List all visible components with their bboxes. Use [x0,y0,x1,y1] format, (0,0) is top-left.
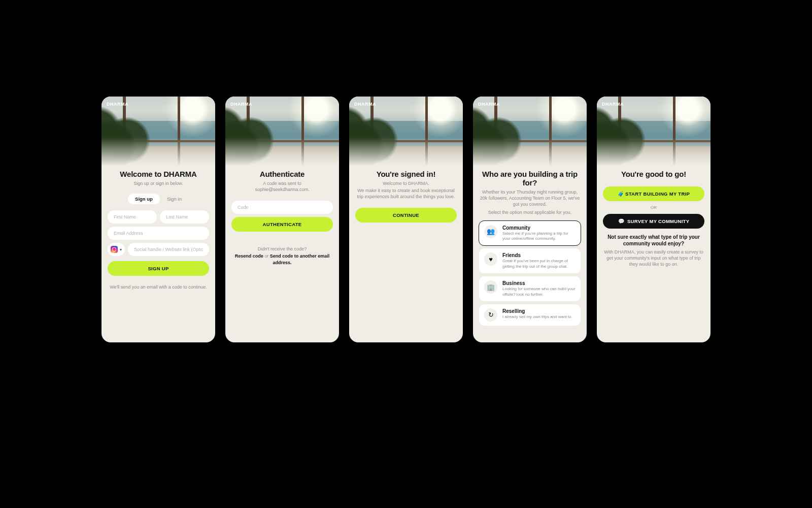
option-title: Reselling [502,308,571,314]
footnote: We'll send you an email with a code to c… [110,284,207,290]
social-platform-picker[interactable]: ▾ [108,243,125,256]
code-field[interactable] [231,201,333,214]
briefcase-icon: 🧳 [618,191,624,197]
screen-signed-in: DHARMA You're signed in! Welcome to DHAR… [349,97,463,342]
page-subtitle: Sign up or sign in below. [133,180,183,186]
option-reselling[interactable]: ↻ Reselling I already sell my own trips … [479,304,581,326]
brand-logo: DHARMA [478,102,500,107]
another-email-link[interactable]: Send code to another email address. [270,253,330,265]
resend-line: Resend code or Send code to another emai… [231,253,333,265]
instagram-icon [111,246,118,253]
hero-image: DHARMA [349,97,463,168]
page-title: Authenticate [260,170,304,178]
option-desc: Looking for someone who can build your o… [502,287,576,297]
chevron-down-icon: ▾ [120,247,122,252]
brand-logo: DHARMA [602,102,624,107]
heart-icon: ♥ [484,252,497,266]
resend-code-link[interactable]: Resend code [235,253,263,259]
page-title: Welcome to DHARMA [120,170,196,178]
authenticate-button[interactable]: AUTHENTICATE [231,217,333,232]
brand-logo: DHARMA [230,102,252,107]
survey-community-button[interactable]: 💬 SURVEY MY COMMUNITY [603,214,704,229]
signup-button[interactable]: SIGN UP [108,261,209,276]
option-title: Friends [502,252,576,258]
hero-image: DHARMA [101,97,215,168]
building-icon: 🏢 [484,280,497,294]
page-title: You're good to go! [621,170,686,178]
option-title: Community [502,225,576,231]
tab-signin[interactable]: Sign in [160,194,189,204]
hero-image: DHARMA [225,97,339,168]
option-title: Business [502,280,576,286]
no-code-prompt: Didn't receive the code? [258,246,307,252]
refresh-icon: ↻ [484,308,497,322]
email-field[interactable] [108,227,209,240]
welcome-line: Welcome to DHARMA. [383,180,429,186]
screen-signup: DHARMA Welcome to DHARMA Sign up or sign… [101,97,215,342]
auth-tabs: Sign up Sign in [128,194,189,204]
intro-line: We make it easy to create and book excep… [355,187,457,200]
or-text: or [263,253,270,259]
option-desc: Select me if you're planning a trip for … [502,231,576,242]
sub-line-1: Whether its your Thursday night running … [479,189,581,207]
option-desc: I already sell my own trips and want to [502,314,571,320]
social-handle-field[interactable] [128,243,209,256]
survey-desc: With DHARMA, you can easily create a sur… [603,249,704,267]
question-heading: Not sure exactly what type of trip your … [603,234,704,247]
first-name-field[interactable] [108,210,157,224]
code-sent-email: sophie@seekdharma.com. [255,186,309,193]
start-building-label: START BUILDING MY TRIP [625,191,690,197]
brand-logo: DHARMA [354,102,376,107]
option-desc: Great if you've been put in charge of ge… [502,259,576,269]
page-title: Who are you building a trip for? [479,170,581,187]
screen-authenticate: DHARMA Authenticate A code was sent to s… [225,97,339,342]
option-community[interactable]: 👥 Community Select me if you're planning… [479,221,581,246]
continue-button[interactable]: CONTINUE [355,208,457,223]
sub-line-2: Select the option most applicable for yo… [488,209,572,215]
hero-image: DHARMA [597,97,710,168]
screen-good-to-go: DHARMA You're good to go! 🧳 START BUILDI… [597,97,710,342]
community-icon: 👥 [484,225,497,238]
brand-logo: DHARMA [107,102,128,107]
option-friends[interactable]: ♥ Friends Great if you've been put in ch… [479,248,581,273]
code-sent-line1: A code was sent to [263,180,301,186]
chat-icon: 💬 [618,218,624,224]
hero-image: DHARMA [473,97,587,168]
screen-trip-for: DHARMA Who are you building a trip for? … [473,97,587,342]
page-title: You're signed in! [377,170,436,178]
or-separator: OR [651,205,657,210]
option-business[interactable]: 🏢 Business Looking for someone who can b… [479,276,581,301]
start-building-button[interactable]: 🧳 START BUILDING MY TRIP [603,186,704,201]
tab-signup[interactable]: Sign up [128,194,160,204]
last-name-field[interactable] [160,210,209,224]
survey-label: SURVEY MY COMMUNITY [627,218,689,224]
